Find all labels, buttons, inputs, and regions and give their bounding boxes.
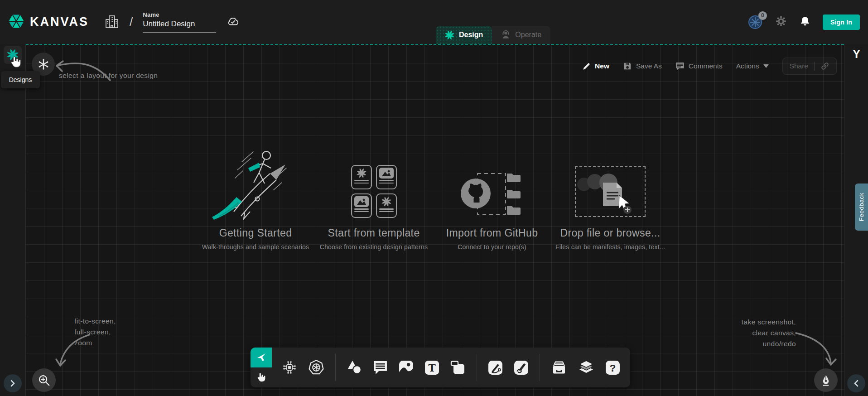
mouse-hand-cursor [9, 55, 23, 71]
cloud-saved-icon [226, 15, 240, 29]
welcome-cards: Getting Started Walk-throughs and sample… [199, 147, 672, 251]
image-icon[interactable] [399, 360, 414, 375]
tab-design[interactable]: Design [436, 26, 492, 44]
wordmark: KANVAS [30, 15, 89, 29]
template-grid-illustration [351, 147, 397, 221]
kubernetes-icon[interactable] [308, 359, 324, 376]
shapes-icon[interactable] [347, 360, 362, 375]
drawer-icon[interactable] [551, 360, 567, 375]
toolbar-divider [540, 354, 540, 381]
pen-path-icon[interactable] [488, 360, 503, 375]
layout-snowflake-icon [38, 59, 49, 70]
file-drop-illustration [575, 147, 646, 221]
sign-in-button[interactable]: Sign In [823, 14, 860, 30]
breadcrumb-separator: / [130, 15, 133, 29]
toolbar-divider [335, 354, 336, 381]
svg-text:T: T [428, 362, 435, 373]
pan-tool-button[interactable] [251, 367, 272, 387]
chevron-left-icon [853, 380, 860, 387]
pen-nib-icon [820, 374, 832, 386]
layer5-logo: Y [844, 48, 868, 61]
collapse-panel-button[interactable] [847, 374, 865, 392]
kubernetes-context-icon[interactable]: 0 [747, 14, 763, 30]
kanvas-app: KANVAS / Name [0, 0, 868, 396]
chevron-right-icon [9, 380, 16, 387]
card-import-from-github[interactable]: Import from GitHub Connect to your repo(… [436, 147, 548, 251]
feedback-tab[interactable]: Feedback [855, 184, 868, 231]
freehand-draw-icon[interactable] [514, 360, 529, 375]
comment-icon[interactable] [373, 360, 388, 375]
drop-zone-dashed-border[interactable] [575, 166, 646, 217]
canvas-controls-hint: take screenshot, clear canvas, undo/redo [742, 318, 796, 350]
design-name-label: Name [143, 11, 216, 18]
save-as-button[interactable]: Save As [623, 62, 662, 71]
comment-bubble-icon [675, 62, 685, 71]
share-divider [814, 62, 815, 71]
context-count-badge: 0 [758, 11, 767, 20]
expand-panel-button[interactable] [4, 374, 22, 392]
app-header: KANVAS / Name [0, 0, 868, 44]
new-design-button[interactable]: New [582, 62, 609, 71]
organization-icon[interactable] [105, 14, 119, 30]
card-title: Drop file or browse... [560, 227, 661, 239]
zoom-in-magnifier-icon [38, 374, 50, 386]
tab-operate[interactable]: Operate [492, 26, 550, 44]
view-controls-hint: fit-to-screen, full-screen, zoom [74, 317, 116, 349]
mode-tabs: Design Operate [436, 26, 550, 44]
component-circuit-icon[interactable] [282, 360, 297, 375]
whiteboard-pen-button[interactable] [814, 368, 838, 392]
design-canvas[interactable]: select a layout for your design fit-to-s… [26, 44, 844, 396]
share-button[interactable]: Share [782, 58, 837, 75]
text-icon[interactable]: T [424, 360, 439, 375]
github-illustration [456, 147, 528, 221]
zoom-controls-button[interactable] [32, 368, 56, 392]
card-title: Import from GitHub [446, 227, 538, 239]
layers-icon[interactable] [578, 360, 594, 375]
comments-button[interactable]: Comments [675, 62, 723, 71]
card-drop-file[interactable]: Drop file or browse... Files can be mani… [554, 147, 666, 251]
card-subtitle: Walk-throughs and sample scenarios [202, 243, 309, 251]
kanvas-logo-icon[interactable] [7, 12, 25, 32]
help-icon[interactable]: ? [605, 360, 620, 375]
actions-dropdown[interactable]: Actions [736, 62, 769, 70]
shape-toolbar: T [251, 348, 630, 387]
card-subtitle: Choose from existing design patterns [320, 243, 428, 251]
note-icon[interactable] [450, 360, 466, 375]
toolbar-divider [477, 354, 477, 381]
designs-tooltip: Designs [1, 71, 40, 88]
design-actions-toolbar: New Save As Comments Actions [582, 58, 837, 75]
chevron-down-icon [763, 64, 769, 68]
settings-gear-icon[interactable] [775, 15, 787, 29]
floppy-save-icon [623, 62, 632, 71]
design-name-input[interactable] [143, 18, 216, 33]
svg-text:?: ? [610, 362, 616, 373]
card-subtitle: Files can be manifests, images, text... [555, 243, 665, 251]
left-rail: Designs [0, 44, 26, 396]
card-title: Start from template [328, 227, 420, 239]
pencil-new-icon [582, 62, 591, 71]
card-subtitle: Connect to your repo(s) [458, 243, 526, 251]
operator-icon [501, 30, 511, 40]
rocket-rider-illustration [210, 147, 301, 221]
share-link-icon [820, 62, 829, 71]
select-tool-button[interactable] [251, 348, 272, 367]
notifications-bell-icon[interactable] [799, 15, 811, 29]
right-rail: Y Feedback [844, 44, 868, 396]
card-title: Getting Started [219, 227, 292, 239]
design-spiral-icon [445, 30, 454, 40]
hand-pan-icon [256, 372, 267, 383]
cursor-arrow-icon [256, 352, 267, 363]
layout-hint-text: select a layout for your design [59, 71, 158, 80]
card-start-from-template[interactable]: Start from template Choose from existing… [318, 147, 430, 251]
card-getting-started[interactable]: Getting Started Walk-throughs and sample… [199, 147, 312, 251]
